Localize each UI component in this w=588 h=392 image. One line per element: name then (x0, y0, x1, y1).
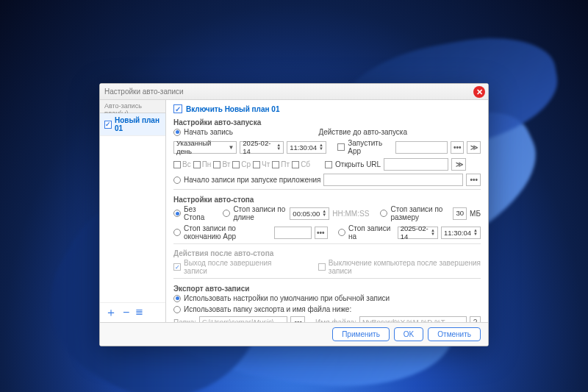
export-title: Экспорт авто-записи (173, 283, 481, 294)
enable-plan-checkbox[interactable]: ✓ (173, 104, 182, 113)
launch-app-checkbox[interactable] (337, 143, 345, 151)
stop-app-end-label: Стоп записи по окончанию App (184, 224, 271, 240)
browse-app-button[interactable]: ••• (451, 141, 465, 154)
window-title: Настройки авто-записи (104, 88, 184, 96)
quit-after-label: Выход после завершения записи (184, 259, 281, 275)
open-url-checkbox[interactable] (325, 161, 332, 168)
export-default-label: Использовать настройки по умолчанию при … (184, 294, 390, 302)
autostart-title: Настройки авто-запуска (173, 117, 481, 128)
sidebar: Авто-запись план(ы) ✓ Новый план 01 ＋ − … (100, 100, 166, 322)
sidebar-tools: ＋ − ≣ (100, 302, 165, 322)
stop-app-field[interactable] (274, 227, 312, 239)
checkbox-icon[interactable]: ✓ (104, 121, 112, 129)
weekday-row: Вс Пн Вт Ср Чт Пт Сб (173, 160, 310, 168)
close-icon[interactable]: ✕ (473, 86, 485, 98)
open-url-field[interactable] (384, 158, 448, 171)
export-folder-label: Использовать папку экспорта и имя файла … (184, 305, 351, 313)
time-input[interactable]: 11:30:04 ▲▼ (287, 141, 326, 154)
radio-on-launch[interactable] (173, 177, 181, 184)
settings-plan-icon[interactable]: ≣ (135, 307, 143, 318)
spinner-icon[interactable]: ▲▼ (319, 143, 323, 151)
ok-button[interactable]: OK (394, 327, 423, 341)
chevron-down-icon: ▼ (228, 144, 234, 151)
length-hint: HH:MM:SS (332, 210, 369, 218)
poststop-title: Действия после авто-стопа (173, 248, 481, 259)
footer: Применить OK Отменить (100, 322, 488, 346)
browse-stop-app-button[interactable]: ••• (315, 227, 327, 239)
day-fri-checkbox[interactable] (272, 161, 279, 168)
spinner-icon[interactable]: ▲▼ (322, 210, 326, 217)
size-unit: МБ (470, 210, 481, 218)
open-url-label: Открыть URL (335, 160, 381, 168)
stop-at-time[interactable]: 11:30:04 ▲▼ (441, 227, 481, 239)
shutdown-after-checkbox[interactable] (318, 263, 326, 271)
on-launch-label: Начало записи при запуске приложения (184, 176, 320, 184)
filename-input[interactable]: MyRecord%Y-%M-%D-%T (359, 316, 467, 322)
run-app-button[interactable]: ≫ (467, 141, 481, 154)
plan-label: Новый план 01 (115, 116, 161, 132)
preaction-title: Действие до авто-запуска (318, 128, 407, 136)
radio-stop-size[interactable] (380, 210, 387, 217)
stop-length-label: Стоп записи по длине (233, 205, 287, 221)
on-launch-app-field[interactable] (323, 174, 463, 186)
apply-button[interactable]: Применить (332, 327, 390, 341)
stop-at-date[interactable]: 2025-02-14 ▲▼ (398, 227, 438, 239)
settings-window: Настройки авто-записи ✕ Авто-запись план… (99, 83, 489, 346)
radio-stop-app-end[interactable] (173, 229, 181, 236)
day-select[interactable]: Указанный день ▼ (173, 141, 237, 154)
begin-record-label: Начать запись (184, 128, 233, 136)
content-area: ✓ Включить Новый план 01 Настройки авто-… (166, 100, 488, 322)
cancel-button[interactable]: Отменить (428, 327, 481, 341)
day-sun-checkbox[interactable] (173, 161, 181, 168)
stop-length-input[interactable]: 00:05:00 ▲▼ (290, 207, 329, 220)
titlebar: Настройки авто-записи ✕ (100, 84, 488, 100)
shutdown-after-label: Выключение компьютера после завершения з… (329, 259, 481, 275)
spinner-icon[interactable]: ▲▼ (473, 229, 478, 236)
poststop-section: Действия после авто-стопа Выход после за… (173, 243, 481, 275)
spinner-icon[interactable]: ▲▼ (431, 229, 435, 236)
day-wed-checkbox[interactable] (232, 161, 240, 168)
folder-input[interactable]: C:\Users\comas\Music\ (199, 316, 287, 322)
stop-at-label: Стоп записи на (348, 224, 392, 240)
day-sat-checkbox[interactable] (292, 161, 299, 168)
autostop-title: Настройки авто-стопа (173, 194, 481, 205)
radio-no-stop[interactable] (173, 210, 181, 217)
remove-plan-icon[interactable]: − (123, 307, 129, 318)
enable-plan-label: Включить Новый план 01 (186, 105, 279, 113)
day-mon-checkbox[interactable] (193, 161, 201, 168)
quit-after-checkbox[interactable] (173, 263, 181, 271)
browse-launch-app-button[interactable]: ••• (466, 174, 481, 186)
day-thu-checkbox[interactable] (253, 161, 260, 168)
sidebar-item-plan01[interactable]: ✓ Новый план 01 (100, 113, 165, 136)
launch-app-field[interactable] (395, 141, 448, 154)
filename-help-icon[interactable]: ? (470, 316, 481, 322)
go-url-button[interactable]: ≫ (451, 158, 466, 171)
stop-size-label: Стоп записи по размеру (390, 205, 449, 221)
launch-app-label: Запустить App (348, 139, 392, 155)
add-plan-icon[interactable]: ＋ (105, 307, 117, 318)
radio-stop-length[interactable] (223, 210, 230, 217)
date-input[interactable]: 2025-02-14 ▲▼ (240, 141, 284, 154)
spinner-icon[interactable]: ▲▼ (276, 143, 281, 151)
radio-begin-record[interactable] (173, 129, 181, 136)
browse-folder-button[interactable]: ••• (290, 316, 305, 322)
day-tue-checkbox[interactable] (213, 161, 220, 168)
radio-export-folder[interactable] (173, 306, 181, 313)
radio-export-default[interactable] (173, 295, 181, 302)
radio-stop-at[interactable] (338, 229, 345, 236)
sidebar-header: Авто-запись план(ы) (100, 100, 165, 113)
stop-size-input[interactable]: 30 (453, 207, 467, 220)
no-stop-label: Без Стопа (184, 205, 209, 221)
